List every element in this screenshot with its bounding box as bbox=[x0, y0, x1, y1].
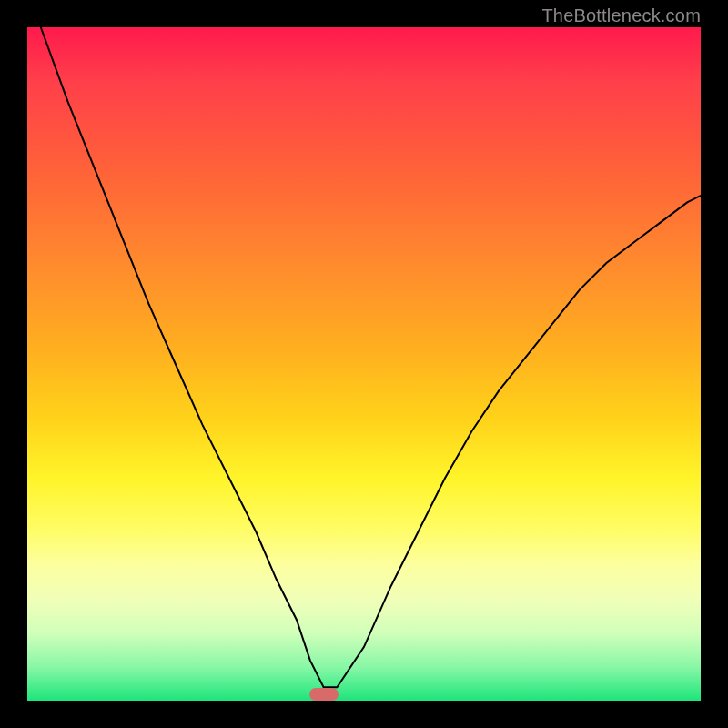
trough-marker bbox=[309, 688, 339, 701]
curve-path bbox=[41, 27, 701, 687]
plot-area bbox=[27, 27, 701, 701]
watermark-text: TheBottleneck.com bbox=[541, 5, 701, 26]
curve-svg bbox=[27, 27, 701, 701]
chart-frame: TheBottleneck.com bbox=[0, 0, 728, 728]
